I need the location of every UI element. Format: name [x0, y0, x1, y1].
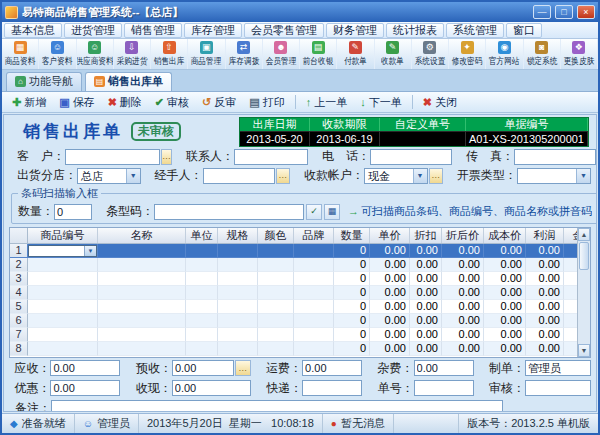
contact-input[interactable]	[234, 149, 308, 165]
row-number[interactable]: 5	[10, 300, 28, 314]
table-cell[interactable]: 0.00	[526, 328, 564, 342]
table-cell[interactable]	[98, 314, 186, 328]
customer-button[interactable]: ☺客户资料	[39, 39, 76, 69]
express-input[interactable]	[302, 380, 362, 396]
menu-item-7[interactable]: 系统管理	[446, 23, 504, 38]
table-cell[interactable]	[28, 272, 98, 286]
table-cell[interactable]	[294, 244, 334, 258]
table-cell[interactable]	[294, 286, 334, 300]
row-number[interactable]: 8	[10, 342, 28, 356]
next-order-button[interactable]: ↓下一单	[354, 93, 408, 112]
scroll-up-icon[interactable]: ▲	[578, 228, 590, 241]
print-button[interactable]: ▤打印	[243, 93, 290, 112]
column-header[interactable]: 颜色	[258, 228, 294, 243]
table-cell[interactable]	[294, 272, 334, 286]
save-button[interactable]: ▣保存	[53, 93, 100, 112]
table-cell[interactable]: 0.00	[442, 342, 484, 356]
table-cell[interactable]: 0.00	[442, 272, 484, 286]
row-number[interactable]: 1	[10, 244, 28, 258]
table-cell[interactable]	[28, 328, 98, 342]
table-cell[interactable]	[98, 342, 186, 356]
table-cell[interactable]: 0	[334, 272, 370, 286]
scroll-track[interactable]	[578, 271, 590, 344]
supplier-button[interactable]: ☺供应商资料	[77, 39, 114, 69]
table-cell[interactable]	[218, 342, 258, 356]
column-header[interactable]: 单位	[186, 228, 218, 243]
table-cell[interactable]	[258, 272, 294, 286]
column-header[interactable]: 折扣	[410, 228, 442, 243]
table-cell[interactable]: 0.00	[410, 272, 442, 286]
row-number[interactable]: 3	[10, 272, 28, 286]
table-cell[interactable]	[186, 342, 218, 356]
table-cell[interactable]: 0.00	[442, 286, 484, 300]
table-cell[interactable]: 0.00	[442, 328, 484, 342]
table-cell[interactable]: 0.00	[370, 272, 410, 286]
table-cell[interactable]	[564, 342, 577, 356]
table-cell[interactable]	[186, 244, 218, 258]
table-cell[interactable]	[294, 342, 334, 356]
stock-transfer-button[interactable]: ⇄库存调拨	[226, 39, 263, 69]
table-cell[interactable]	[564, 300, 577, 314]
table-cell[interactable]	[28, 258, 98, 272]
scroll-thumb[interactable]	[579, 242, 589, 270]
table-cell[interactable]	[258, 300, 294, 314]
scroll-down-icon[interactable]: ▼	[578, 344, 590, 357]
audit-check-button[interactable]: ✔审核	[149, 93, 195, 112]
table-cell[interactable]: 0.00	[526, 244, 564, 258]
table-cell[interactable]: 0.00	[410, 300, 442, 314]
customer-lookup-button[interactable]: …	[161, 149, 172, 165]
table-row[interactable]: 800.000.000.000.000.00	[10, 342, 577, 356]
receivable-input[interactable]	[50, 360, 120, 376]
table-cell[interactable]	[186, 300, 218, 314]
row-number[interactable]: 4	[10, 286, 28, 300]
goods-manage-button[interactable]: ▣商品管理	[188, 39, 225, 69]
table-cell[interactable]: 0	[334, 328, 370, 342]
table-cell[interactable]	[294, 328, 334, 342]
table-cell[interactable]	[218, 244, 258, 258]
table-cell[interactable]	[98, 258, 186, 272]
settings-gear-button[interactable]: ⚙系统设置	[412, 39, 449, 69]
table-row[interactable]: 600.000.000.000.000.00	[10, 314, 577, 328]
table-cell[interactable]	[98, 300, 186, 314]
table-cell[interactable]: 0.00	[370, 328, 410, 342]
table-row[interactable]: 500.000.000.000.000.00	[10, 300, 577, 314]
prepaid-input[interactable]	[172, 360, 234, 376]
table-cell[interactable]	[564, 328, 577, 342]
table-cell[interactable]	[258, 342, 294, 356]
invoice-type-combobox[interactable]: ▼	[517, 168, 591, 184]
table-cell[interactable]: 0.00	[526, 300, 564, 314]
cash-received-input[interactable]	[172, 380, 251, 396]
table-cell[interactable]: 0.00	[442, 314, 484, 328]
table-cell[interactable]	[186, 328, 218, 342]
close-button[interactable]: ×	[577, 5, 595, 19]
table-cell[interactable]: 0.00	[410, 314, 442, 328]
table-cell[interactable]	[218, 328, 258, 342]
skin-button[interactable]: ❖更换皮肤	[561, 39, 598, 69]
table-cell[interactable]: ▼	[28, 244, 98, 258]
table-cell[interactable]	[218, 314, 258, 328]
table-cell[interactable]	[294, 258, 334, 272]
table-cell[interactable]	[186, 286, 218, 300]
table-cell[interactable]	[98, 272, 186, 286]
prev-order-button[interactable]: ↑上一单	[300, 93, 354, 112]
table-cell[interactable]	[218, 272, 258, 286]
table-cell[interactable]: 0.00	[484, 272, 526, 286]
payment-button[interactable]: ✎付款单	[337, 39, 374, 69]
table-cell[interactable]	[564, 286, 577, 300]
header-table-value[interactable]: A01-XS-201305200001	[466, 131, 588, 146]
table-cell[interactable]	[258, 244, 294, 258]
table-cell[interactable]: 0.00	[410, 258, 442, 272]
table-cell[interactable]	[218, 300, 258, 314]
table-cell[interactable]: 0.00	[526, 272, 564, 286]
delete-button[interactable]: ✖删除	[102, 93, 148, 112]
table-cell[interactable]	[564, 258, 577, 272]
table-cell[interactable]	[186, 272, 218, 286]
table-cell[interactable]	[28, 342, 98, 356]
table-cell[interactable]	[258, 328, 294, 342]
table-row[interactable]: 700.000.000.000.000.00	[10, 328, 577, 342]
branch-combobox[interactable]: 总店 ▼	[77, 168, 141, 184]
menu-item-2[interactable]: 销售管理	[124, 23, 182, 38]
table-cell[interactable]	[258, 258, 294, 272]
menu-item-4[interactable]: 会员零售管理	[244, 23, 324, 38]
product-code-combobox[interactable]: ▼	[28, 245, 97, 257]
